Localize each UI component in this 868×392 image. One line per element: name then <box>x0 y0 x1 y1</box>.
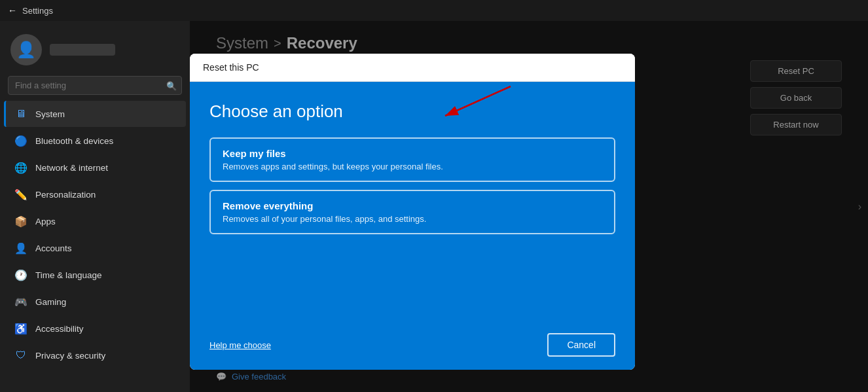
cancel-button[interactable]: Cancel <box>547 333 615 357</box>
sidebar-item-personalization[interactable]: ✏️ Personalization <box>4 181 186 207</box>
dialog-titlebar: Reset this PC <box>190 54 635 82</box>
search-box[interactable]: 🔍 <box>8 76 182 95</box>
nav-icon-network: 🌐 <box>14 161 27 174</box>
nav-icon-system: 🖥 <box>14 107 27 120</box>
option-desc-0: Removes apps and settings, but keeps you… <box>223 162 602 171</box>
username-box <box>50 44 115 56</box>
nav-icon-personalization: ✏️ <box>14 188 27 201</box>
nav-label-network: Network & internet <box>35 163 108 173</box>
main-layout: 👤 🔍 🖥 System 🔵 Bluetooth & devices 🌐 Net… <box>0 21 868 392</box>
nav-list: 🖥 System 🔵 Bluetooth & devices 🌐 Network… <box>0 100 190 369</box>
overlay: Reset this PC Choose an option Keep my f… <box>190 21 868 392</box>
nav-label-personalization: Personalization <box>35 190 96 200</box>
nav-icon-accessibility: ♿ <box>14 322 27 335</box>
user-section: 👤 <box>0 26 190 76</box>
content-area: System > Recovery Reset PC Go back Resta… <box>190 21 868 392</box>
sidebar-item-system[interactable]: 🖥 System <box>4 101 186 127</box>
option-title-0: Keep my files <box>223 148 602 159</box>
sidebar-item-time[interactable]: 🕐 Time & language <box>4 262 186 288</box>
back-button[interactable]: ← <box>8 5 17 16</box>
avatar: 👤 <box>10 34 42 65</box>
nav-label-accessibility: Accessibility <box>35 324 84 334</box>
nav-label-privacy: Privacy & security <box>35 351 105 361</box>
sidebar-item-privacy[interactable]: 🛡 Privacy & security <box>4 342 186 368</box>
nav-label-time: Time & language <box>35 270 102 280</box>
user-icon: 👤 <box>16 41 36 59</box>
nav-label-accounts: Accounts <box>35 243 72 253</box>
nav-label-gaming: Gaming <box>35 297 66 307</box>
option-card-1[interactable]: Remove everything Removes all of your pe… <box>209 190 615 234</box>
reset-dialog: Reset this PC Choose an option Keep my f… <box>190 54 635 370</box>
search-icon: 🔍 <box>166 80 177 90</box>
nav-icon-gaming: 🎮 <box>14 295 27 308</box>
nav-icon-accounts: 👤 <box>14 241 27 255</box>
sidebar-item-accounts[interactable]: 👤 Accounts <box>4 235 186 261</box>
sidebar-item-accessibility[interactable]: ♿ Accessibility <box>4 315 186 342</box>
sidebar-item-bluetooth[interactable]: 🔵 Bluetooth & devices <box>4 128 186 154</box>
option-desc-1: Removes all of your personal files, apps… <box>223 214 602 224</box>
sidebar: 👤 🔍 🖥 System 🔵 Bluetooth & devices 🌐 Net… <box>0 21 190 392</box>
sidebar-item-network[interactable]: 🌐 Network & internet <box>4 154 186 181</box>
option-cards: Keep my files Removes apps and settings,… <box>209 137 615 242</box>
dialog-title: Reset this PC <box>203 62 259 73</box>
search-input[interactable] <box>8 76 182 95</box>
sidebar-item-apps[interactable]: 📦 Apps <box>4 208 186 234</box>
nav-label-apps: Apps <box>35 217 56 226</box>
dialog-heading: Choose an option <box>209 101 615 122</box>
nav-label-bluetooth: Bluetooth & devices <box>35 136 113 146</box>
option-title-1: Remove everything <box>223 200 602 211</box>
title-bar: ← Settings <box>0 0 868 21</box>
nav-label-system: System <box>35 109 65 119</box>
nav-icon-privacy: 🛡 <box>14 349 27 362</box>
nav-icon-bluetooth: 🔵 <box>14 134 27 147</box>
app-title: Settings <box>22 6 53 16</box>
nav-icon-apps: 📦 <box>14 215 27 228</box>
sidebar-item-gaming[interactable]: 🎮 Gaming <box>4 289 186 315</box>
dialog-body: Choose an option Keep my files Removes a… <box>190 82 635 370</box>
help-link[interactable]: Help me choose <box>209 340 271 350</box>
dialog-footer: Help me choose Cancel <box>209 320 615 357</box>
nav-icon-time: 🕐 <box>14 268 27 281</box>
option-card-0[interactable]: Keep my files Removes apps and settings,… <box>209 137 615 182</box>
